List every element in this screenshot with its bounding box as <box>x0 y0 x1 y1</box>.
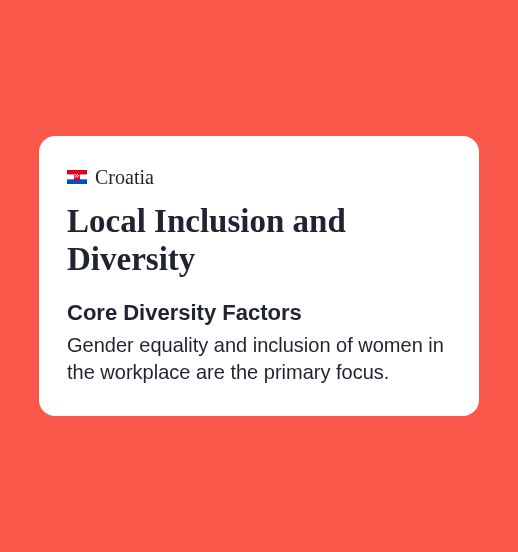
country-name: Croatia <box>95 166 154 189</box>
svg-rect-6 <box>76 175 77 176</box>
info-card: Croatia Local Inclusion and Diversity Co… <box>39 136 479 417</box>
section-heading: Core Diversity Factors <box>67 300 451 326</box>
svg-rect-5 <box>77 174 78 175</box>
svg-rect-9 <box>77 176 78 177</box>
svg-rect-8 <box>75 176 76 177</box>
svg-rect-4 <box>75 174 76 175</box>
country-row: Croatia <box>67 166 451 189</box>
svg-rect-7 <box>78 175 79 176</box>
section-body: Gender equality and inclusion of women i… <box>67 332 451 386</box>
page-title: Local Inclusion and Diversity <box>67 203 451 279</box>
croatia-flag-icon <box>67 170 87 184</box>
